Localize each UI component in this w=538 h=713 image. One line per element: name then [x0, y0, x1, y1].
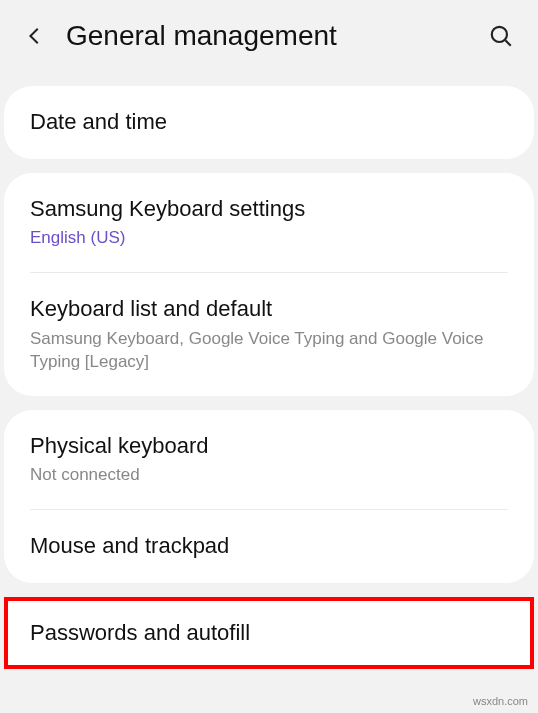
item-subtitle: English (US) — [30, 227, 508, 250]
keyboard-list-and-default-item[interactable]: Keyboard list and default Samsung Keyboa… — [4, 273, 534, 395]
physical-keyboard-item[interactable]: Physical keyboard Not connected — [4, 410, 534, 510]
item-title: Mouse and trackpad — [30, 532, 508, 561]
samsung-keyboard-settings-item[interactable]: Samsung Keyboard settings English (US) — [4, 173, 534, 273]
settings-group: Physical keyboard Not connected Mouse an… — [4, 410, 534, 583]
item-subtitle: Not connected — [30, 464, 508, 487]
settings-group: Date and time — [4, 86, 534, 159]
svg-point-0 — [492, 27, 507, 42]
item-title: Keyboard list and default — [30, 295, 508, 324]
mouse-and-trackpad-item[interactable]: Mouse and trackpad — [4, 510, 534, 583]
date-and-time-item[interactable]: Date and time — [4, 86, 534, 159]
page-title: General management — [66, 20, 488, 52]
search-icon[interactable] — [488, 23, 514, 49]
header-bar: General management — [0, 0, 538, 72]
item-title: Date and time — [30, 108, 508, 137]
back-icon[interactable] — [24, 25, 46, 47]
item-title: Passwords and autofill — [30, 619, 508, 648]
item-title: Physical keyboard — [30, 432, 508, 461]
svg-line-1 — [505, 40, 510, 45]
watermark: wsxdn.com — [473, 695, 528, 707]
passwords-and-autofill-item[interactable]: Passwords and autofill — [4, 597, 534, 670]
item-subtitle: Samsung Keyboard, Google Voice Typing an… — [30, 328, 508, 374]
item-title: Samsung Keyboard settings — [30, 195, 508, 224]
settings-group: Samsung Keyboard settings English (US) K… — [4, 173, 534, 396]
